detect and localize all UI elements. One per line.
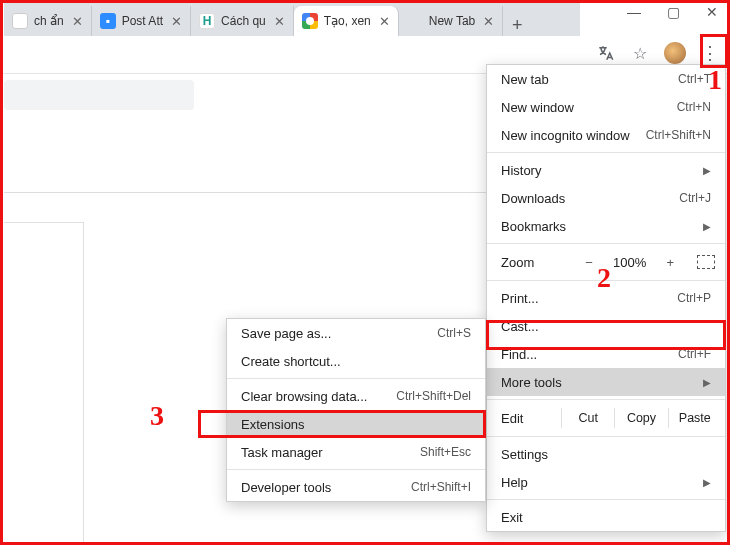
menu-new-tab[interactable]: New tab Ctrl+T xyxy=(487,65,725,93)
new-tab-button[interactable]: + xyxy=(503,15,531,36)
tab-5[interactable]: New Tab ✕ xyxy=(399,6,503,36)
maximize-button[interactable]: ▢ xyxy=(667,4,680,20)
tab-title: New Tab xyxy=(429,14,475,28)
kebab-menu-icon[interactable]: ⋮ xyxy=(700,43,720,63)
tab-title: ch ẩn xyxy=(34,14,64,28)
annotation-number-3: 3 xyxy=(150,400,164,432)
tab-1[interactable]: ch ẩn ✕ xyxy=(4,6,92,36)
menu-cast[interactable]: Cast... xyxy=(487,312,725,340)
cut-button[interactable]: Cut xyxy=(561,408,614,428)
favicon-h-icon: H xyxy=(199,13,215,29)
submenu-save-page[interactable]: Save page as... Ctrl+S xyxy=(227,319,485,347)
tab-4-active[interactable]: Tạo, xen ✕ xyxy=(294,6,399,36)
tab-strip: ch ẩn ✕ ▪ Post Att ✕ H Cách qu ✕ Tạo, xe… xyxy=(4,2,580,36)
submenu-extensions[interactable]: Extensions xyxy=(227,410,485,438)
menu-separator xyxy=(487,280,725,281)
menu-more-tools[interactable]: More tools ▶ xyxy=(487,368,725,396)
chevron-right-icon: ▶ xyxy=(703,377,711,388)
submenu-create-shortcut[interactable]: Create shortcut... xyxy=(227,347,485,375)
star-icon[interactable]: ☆ xyxy=(630,43,650,63)
window-controls: — ▢ ✕ xyxy=(627,4,718,20)
menu-separator xyxy=(487,436,725,437)
tab-close-icon[interactable]: ✕ xyxy=(72,14,83,29)
submenu-clear-browsing-data[interactable]: Clear browsing data... Ctrl+Shift+Del xyxy=(227,382,485,410)
menu-downloads[interactable]: Downloads Ctrl+J xyxy=(487,184,725,212)
tab-3[interactable]: H Cách qu ✕ xyxy=(191,6,294,36)
close-window-button[interactable]: ✕ xyxy=(706,4,718,20)
tab-close-icon[interactable]: ✕ xyxy=(483,14,494,29)
favicon-document-icon xyxy=(12,13,28,29)
zoom-out-button[interactable]: − xyxy=(578,255,600,270)
submenu-task-manager[interactable]: Task manager Shift+Esc xyxy=(227,438,485,466)
tab-title: Cách qu xyxy=(221,14,266,28)
chevron-right-icon: ▶ xyxy=(703,221,711,232)
tab-close-icon[interactable]: ✕ xyxy=(274,14,285,29)
menu-separator xyxy=(487,243,725,244)
omnibox-fragment xyxy=(4,80,194,110)
tab-2[interactable]: ▪ Post Att ✕ xyxy=(92,6,191,36)
translate-icon[interactable] xyxy=(596,43,616,63)
minimize-button[interactable]: — xyxy=(627,4,641,20)
page-panel-edge xyxy=(4,222,84,542)
chrome-main-menu: New tab Ctrl+T New window Ctrl+N New inc… xyxy=(486,64,726,532)
more-tools-submenu: Save page as... Ctrl+S Create shortcut..… xyxy=(226,318,486,502)
submenu-developer-tools[interactable]: Developer tools Ctrl+Shift+I xyxy=(227,473,485,501)
copy-button[interactable]: Copy xyxy=(614,408,667,428)
tab-title: Post Att xyxy=(122,14,163,28)
chevron-right-icon: ▶ xyxy=(703,165,711,176)
zoom-in-button[interactable]: + xyxy=(659,255,681,270)
menu-new-window[interactable]: New window Ctrl+N xyxy=(487,93,725,121)
menu-separator xyxy=(487,152,725,153)
paste-button[interactable]: Paste xyxy=(668,408,721,428)
menu-help[interactable]: Help ▶ xyxy=(487,468,725,496)
menu-bookmarks[interactable]: Bookmarks ▶ xyxy=(487,212,725,240)
menu-separator xyxy=(487,399,725,400)
menu-find[interactable]: Find... Ctrl+F xyxy=(487,340,725,368)
favicon-zoom-icon: ▪ xyxy=(100,13,116,29)
fullscreen-icon[interactable] xyxy=(697,255,715,269)
chevron-right-icon: ▶ xyxy=(703,477,711,488)
menu-settings[interactable]: Settings xyxy=(487,440,725,468)
divider xyxy=(4,192,488,193)
menu-separator xyxy=(227,469,485,470)
menu-separator xyxy=(227,378,485,379)
menu-edit-row: Edit Cut Copy Paste xyxy=(487,403,725,433)
menu-separator xyxy=(487,499,725,500)
menu-new-incognito[interactable]: New incognito window Ctrl+Shift+N xyxy=(487,121,725,149)
zoom-label: Zoom xyxy=(501,255,570,270)
menu-zoom-row: Zoom − 100% + xyxy=(487,247,725,277)
tab-title: Tạo, xen xyxy=(324,14,371,28)
menu-print[interactable]: Print... Ctrl+P xyxy=(487,284,725,312)
edit-label: Edit xyxy=(501,411,561,426)
profile-avatar[interactable] xyxy=(664,42,686,64)
menu-history[interactable]: History ▶ xyxy=(487,156,725,184)
tab-close-icon[interactable]: ✕ xyxy=(171,14,182,29)
zoom-value: 100% xyxy=(608,255,652,270)
menu-exit[interactable]: Exit xyxy=(487,503,725,531)
tab-close-icon[interactable]: ✕ xyxy=(379,14,390,29)
favicon-blank-icon xyxy=(407,13,423,29)
favicon-google-icon xyxy=(302,13,318,29)
